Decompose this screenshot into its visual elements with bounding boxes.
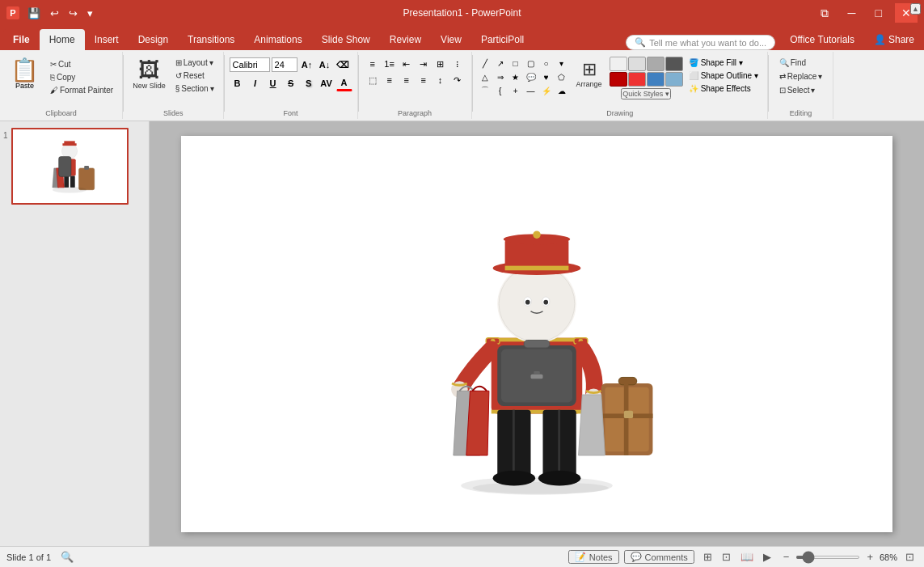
- tab-office-tutorials[interactable]: Office Tutorials: [780, 29, 864, 50]
- arrange-button[interactable]: ⊞ Arrange: [571, 57, 608, 91]
- qs-item-2[interactable]: [628, 57, 646, 71]
- reading-view-button[interactable]: 📖: [736, 548, 757, 565]
- font-size-input[interactable]: [272, 57, 297, 72]
- save-button[interactable]: 💾: [24, 6, 44, 21]
- underline-button[interactable]: U: [265, 75, 281, 91]
- shape-line-btn[interactable]: ╱: [478, 57, 492, 70]
- shape-star-btn[interactable]: ★: [508, 70, 523, 83]
- paste-button[interactable]: 📋 Paste: [5, 57, 44, 92]
- char-spacing-button[interactable]: AV: [319, 75, 335, 91]
- section-button[interactable]: § Section▾: [171, 83, 218, 95]
- numbered-list-button[interactable]: 1≡: [382, 57, 398, 71]
- tab-animations[interactable]: Animations: [244, 29, 311, 50]
- shadow-button[interactable]: S: [301, 75, 317, 91]
- copy-button[interactable]: ⎘ Copy: [46, 71, 117, 83]
- tab-design[interactable]: Design: [129, 29, 178, 50]
- columns-button[interactable]: ⫶: [449, 57, 466, 71]
- shape-rounded-btn[interactable]: ▢: [524, 57, 538, 70]
- shape-triangle-btn[interactable]: △: [478, 70, 492, 83]
- qs-item-8[interactable]: [665, 72, 683, 87]
- text-direction-button[interactable]: ↷: [449, 73, 466, 87]
- shape-circle-btn[interactable]: ○: [539, 57, 554, 70]
- qs-item-1[interactable]: [610, 57, 627, 71]
- zoom-out-button[interactable]: −: [780, 549, 793, 565]
- decrease-font-button[interactable]: A↓: [317, 57, 333, 73]
- collapse-ribbon-button[interactable]: ▲: [910, 3, 921, 15]
- qs-item-7[interactable]: [647, 72, 665, 87]
- select-button[interactable]: ⊡ Select ▾: [775, 84, 820, 96]
- line-spacing-button[interactable]: ↕: [432, 73, 449, 87]
- shape-callout-btn[interactable]: 💬: [524, 70, 538, 83]
- shape-fill-button[interactable]: 🪣 Shape Fill ▾: [685, 57, 762, 69]
- tab-view[interactable]: View: [431, 29, 471, 50]
- align-center-button[interactable]: ≡: [382, 73, 398, 87]
- tab-file[interactable]: File: [3, 29, 40, 50]
- notes-button[interactable]: 📝 Notes: [568, 550, 619, 564]
- restore-button[interactable]: ⧉: [814, 3, 835, 23]
- tell-me-input[interactable]: 🔍 Tell me what you want to do...: [626, 35, 775, 50]
- italic-button[interactable]: I: [247, 75, 264, 91]
- shape-plus-btn[interactable]: +: [508, 84, 523, 97]
- shape-minus-btn[interactable]: —: [524, 84, 538, 97]
- shape-outline-button[interactable]: ⬜ Shape Outline ▾: [685, 70, 762, 82]
- shape-arrow-btn[interactable]: ↗: [493, 57, 508, 70]
- shape-effects-button[interactable]: ✨ Shape Effects: [685, 83, 762, 95]
- tab-participoll[interactable]: ParticiPoll: [471, 29, 534, 50]
- strikethrough-button[interactable]: S: [283, 75, 299, 91]
- quick-styles-button[interactable]: Quick Styles ▾: [621, 88, 671, 99]
- align-left-button[interactable]: ⬚: [365, 73, 381, 87]
- maximize-button[interactable]: □: [869, 3, 888, 23]
- tab-insert[interactable]: Insert: [85, 29, 129, 50]
- replace-button[interactable]: ⇄ Replace ▾: [775, 70, 827, 83]
- shape-curve-btn[interactable]: ⌒: [478, 84, 492, 97]
- clear-formatting-button[interactable]: ⌫: [335, 57, 351, 73]
- qs-item-6[interactable]: [628, 72, 646, 87]
- zoom-slider[interactable]: [795, 556, 860, 559]
- qs-item-5[interactable]: [610, 72, 627, 87]
- cut-button[interactable]: ✂ Cut: [46, 58, 117, 70]
- format-painter-button[interactable]: 🖌 Format Painter: [46, 84, 117, 96]
- shape-rt-arrow-btn[interactable]: ⇒: [493, 70, 508, 83]
- increase-font-button[interactable]: A↑: [299, 57, 315, 73]
- tab-review[interactable]: Review: [380, 29, 431, 50]
- shape-heart-btn[interactable]: ♥: [539, 70, 554, 83]
- reset-button[interactable]: ↺ Reset: [171, 70, 218, 82]
- shape-more-btn[interactable]: ▾: [555, 57, 569, 70]
- tab-transitions[interactable]: Transitions: [178, 29, 244, 50]
- undo-button[interactable]: ↩: [47, 6, 62, 21]
- redo-button[interactable]: ↪: [65, 6, 81, 21]
- increase-indent-button[interactable]: ⇥: [416, 57, 432, 71]
- qs-item-3[interactable]: [647, 57, 665, 71]
- normal-view-button[interactable]: ⊞: [699, 548, 716, 565]
- tab-home[interactable]: Home: [40, 29, 85, 50]
- customize-qa-button[interactable]: ▾: [84, 6, 96, 21]
- decrease-indent-button[interactable]: ⇤: [399, 57, 415, 71]
- minimize-button[interactable]: ─: [842, 3, 863, 23]
- slide-thumbnail-1[interactable]: [11, 128, 129, 205]
- slide-canvas[interactable]: [181, 136, 892, 532]
- smart-art-button[interactable]: ⊞: [432, 57, 449, 71]
- shape-cloud-btn[interactable]: ☁: [555, 84, 569, 97]
- qs-item-4[interactable]: [665, 57, 683, 71]
- shape-pentagon-btn[interactable]: ⬠: [555, 70, 569, 83]
- shape-zap-btn[interactable]: ⚡: [539, 84, 554, 97]
- slideshow-button[interactable]: ▶: [759, 548, 775, 565]
- font-color-button[interactable]: A: [336, 75, 352, 91]
- zoom-in-button[interactable]: +: [863, 549, 876, 565]
- accessibility-button[interactable]: 🔍: [57, 549, 77, 565]
- shape-rect-btn[interactable]: □: [508, 57, 523, 70]
- font-name-input[interactable]: [230, 57, 270, 72]
- align-right-button[interactable]: ≡: [399, 73, 415, 87]
- find-button[interactable]: 🔍 Find: [775, 57, 810, 69]
- fit-slide-button[interactable]: ⊡: [902, 549, 918, 565]
- align-justify-button[interactable]: ≡: [416, 73, 432, 87]
- slide-sorter-button[interactable]: ⊡: [718, 548, 735, 565]
- share-button[interactable]: 👤 Share: [864, 29, 924, 50]
- shape-brace-btn[interactable]: {: [493, 84, 508, 97]
- layout-button[interactable]: ⊞ Layout▾: [171, 57, 218, 69]
- tab-slideshow[interactable]: Slide Show: [312, 29, 380, 50]
- new-slide-button[interactable]: 🖼 New Slide: [129, 57, 170, 92]
- bold-button[interactable]: B: [230, 75, 246, 91]
- bullet-list-button[interactable]: ≡: [365, 57, 381, 71]
- comments-button[interactable]: 💬 Comments: [624, 550, 694, 564]
